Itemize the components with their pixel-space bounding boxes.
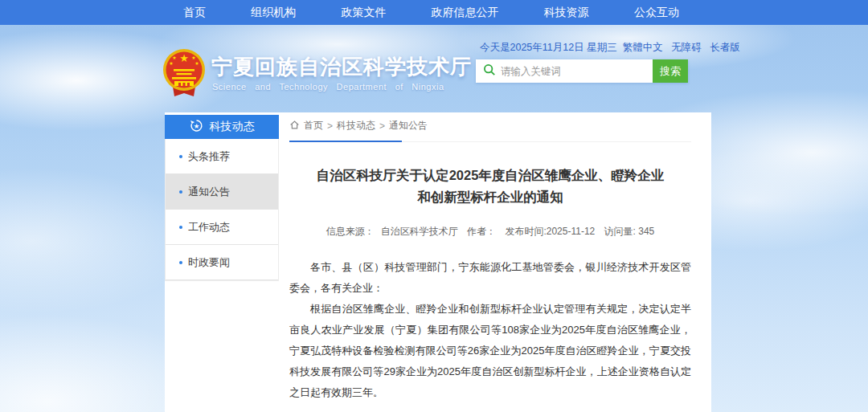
search-icon: [483, 63, 496, 80]
svg-text:★: ★: [193, 122, 199, 130]
link-traditional-chinese[interactable]: 繁體中文: [623, 42, 663, 53]
nav-item-gov-info-disclosure[interactable]: 政府信息公开: [432, 6, 499, 20]
search-button[interactable]: 搜索: [653, 59, 688, 83]
sidebar-menu: 头条推荐 通知公告 工作动态 时政要闻: [165, 139, 279, 281]
top-navigation: 首页 组织机构 政策文件 政府信息公开 科技资源 公众互动: [0, 0, 868, 25]
nav-item-public-interaction[interactable]: 公众互动: [634, 6, 679, 20]
meta-visit-count: 访问量: 345: [604, 226, 655, 237]
current-date-text: 今天是2025年11月12日 星期三: [480, 41, 617, 55]
sidebar: ★ 科技动态 头条推荐 通知公告 工作动态: [165, 115, 279, 281]
breadcrumb: 首页 > 科技动态 > 通知公告: [289, 119, 691, 142]
breadcrumb-current: 通知公告: [389, 119, 428, 133]
nav-item-home[interactable]: 首页: [183, 6, 206, 20]
sidebar-item-work-updates[interactable]: 工作动态: [166, 210, 278, 245]
sidebar-item-label: 通知公告: [188, 185, 230, 199]
site-title: 宁夏回族自治区科学技术厅: [211, 53, 472, 81]
sidebar-item-label: 工作动态: [188, 220, 230, 235]
home-icon: [289, 120, 300, 133]
meta-source-value: 自治区科学技术厅: [381, 226, 458, 237]
meta-publish-time: 发布时间:2025-11-12: [505, 226, 595, 237]
sidebar-header: ★ 科技动态: [165, 115, 279, 139]
sidebar-item-notices[interactable]: 通知公告: [166, 174, 278, 210]
meta-author-label: 作者：: [467, 226, 496, 237]
link-accessibility[interactable]: 无障碍: [671, 42, 702, 53]
search-bar: 搜索: [476, 59, 688, 83]
meta-source-label: 信息来源：: [326, 226, 375, 237]
quick-links: 繁體中文 无障碍 长者版: [617, 41, 740, 55]
nav-item-policy-documents[interactable]: 政策文件: [341, 6, 386, 20]
nav-item-tech-resources[interactable]: 科技资源: [544, 6, 589, 20]
svg-text:★: ★: [169, 61, 173, 66]
bullet-dot-icon: [179, 190, 182, 194]
bullet-dot-icon: [179, 261, 182, 264]
link-elder-version[interactable]: 长者版: [710, 42, 740, 53]
sidebar-item-political-news[interactable]: 时政要闻: [166, 245, 278, 280]
svg-text:★: ★: [194, 61, 199, 66]
breadcrumb-home[interactable]: 首页: [304, 119, 323, 133]
search-input[interactable]: [496, 66, 653, 77]
bullet-dot-icon: [179, 155, 182, 158]
breadcrumb-separator: >: [379, 120, 385, 132]
article-title: 自治区科技厅关于认定2025年度自治区雏鹰企业、瞪羚企业 和创新型标杆企业的通知: [289, 165, 691, 208]
article-title-line1: 自治区科技厅关于认定2025年度自治区雏鹰企业、瞪羚企业: [289, 165, 691, 186]
svg-text:★: ★: [179, 52, 189, 64]
breadcrumb-tech-news[interactable]: 科技动态: [337, 119, 375, 133]
sidebar-title: 科技动态: [210, 120, 255, 134]
svg-text:★: ★: [191, 55, 195, 60]
bullet-dot-icon: [179, 226, 182, 229]
article-body: 各市、县（区）科技管理部门，宁东能源化工基地管委会，银川经济技术开发区管委会，各…: [289, 257, 691, 403]
content-panel: ★ 科技动态 头条推荐 通知公告 工作动态: [165, 112, 711, 412]
article-title-line2: 和创新型标杆企业的通知: [289, 186, 691, 208]
sidebar-item-label: 时政要闻: [188, 255, 230, 270]
national-emblem-logo: ★ ★ ★ ★ ★: [162, 48, 207, 100]
article-area: 首页 > 科技动态 > 通知公告 自治区科技厅关于认定2025年度自治区雏鹰企业…: [289, 119, 691, 412]
sidebar-item-headlines[interactable]: 头条推荐: [166, 139, 278, 174]
page: 首页 组织机构 政策文件 政府信息公开 科技资源 公众互动 ★ ★ ★ ★ ★ …: [0, 0, 868, 412]
dynamic-star-icon: ★: [190, 119, 203, 135]
search-box: [476, 59, 653, 83]
breadcrumb-separator: >: [327, 120, 333, 132]
site-subtitle-english: Science and Technology Department of Nin…: [212, 82, 444, 92]
svg-text:★: ★: [172, 55, 176, 60]
nav-item-organization[interactable]: 组织机构: [251, 6, 296, 20]
header-top-row: 今天是2025年11月12日 星期三 繁體中文 无障碍 长者版: [480, 41, 702, 55]
article-paragraph: 各市、县（区）科技管理部门，宁东能源化工基地管委会，银川经济技术开发区管委会，各…: [289, 257, 691, 299]
sidebar-item-label: 头条推荐: [188, 149, 230, 164]
article-meta: 信息来源：自治区科学技术厅 作者： 发布时间:2025-11-12 访问量: 3…: [289, 225, 691, 239]
article-paragraph: 根据自治区雏鹰企业、瞪羚企业和创新型标杆企业认定管理有关规定，决定认定半亩良人农…: [289, 299, 691, 403]
